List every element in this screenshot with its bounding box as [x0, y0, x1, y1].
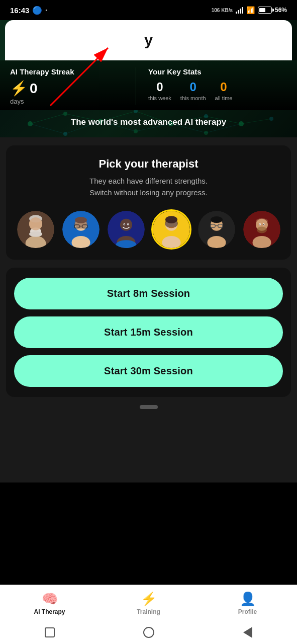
svg-point-57 [210, 216, 222, 223]
scroll-indicator [6, 405, 291, 409]
nav-label-profile: Profile [238, 608, 257, 615]
nav-label-training: Training [137, 608, 160, 615]
scroll-dot [140, 405, 158, 409]
streak-number: 0 [30, 80, 38, 97]
therapist-avatars-row [16, 209, 281, 250]
avatar-woman-glasses[interactable] [61, 209, 101, 250]
system-back-button[interactable] [42, 625, 57, 640]
start-15m-button[interactable]: Start 15m Session [14, 316, 283, 348]
therapist-card: Pick your therapist They each have diffe… [6, 145, 291, 260]
status-icons: 106 KB/s 📶 56% [212, 6, 287, 14]
nav-item-ai-therapy[interactable]: 🧠 AI Therapy [0, 591, 99, 615]
bottom-nav: 🧠 AI Therapy ⚡ Training 👤 Profile [0, 585, 297, 621]
triangle-icon [243, 627, 252, 638]
all-time-label: all time [215, 95, 233, 101]
wifi-icon: 📶 [246, 6, 255, 14]
session-card: Start 8m Session Start 15m Session Start… [6, 268, 291, 397]
avatar-asian-man[interactable] [196, 209, 237, 250]
stat-all-time: 0 all time [215, 80, 233, 101]
signal-icon [236, 7, 243, 14]
battery-icon [258, 7, 272, 14]
svg-line-11 [30, 114, 65, 124]
svg-point-64 [256, 226, 266, 233]
status-bar: 16:43 🔵 • 106 KB/s 📶 56% [0, 0, 297, 20]
therapist-card-title: Pick your therapist [16, 157, 281, 171]
header-banner: y AI Therapy Streak ⚡ 0 days Your Key St… [0, 20, 297, 137]
nav-label-ai-therapy: AI Therapy [34, 608, 65, 615]
streak-value: ⚡ 0 [10, 80, 126, 97]
lightning-icon: ⚡ [141, 591, 157, 607]
stat-this-month: 0 this month [180, 80, 206, 101]
this-week-value: 0 [148, 80, 171, 94]
key-stats-numbers: 0 this week 0 this month 0 all time [148, 80, 287, 101]
svg-point-53 [165, 219, 178, 228]
start-30m-button[interactable]: Start 30m Session [14, 355, 283, 387]
nav-item-training[interactable]: ⚡ Training [99, 591, 198, 615]
system-recents-button[interactable] [240, 625, 255, 640]
neural-banner: The world's most advanced AI therapy [0, 110, 297, 137]
all-time-value: 0 [215, 80, 233, 94]
this-month-value: 0 [180, 80, 206, 94]
profile-icon: 👤 [240, 591, 256, 607]
banner-top: y [5, 20, 292, 60]
avatar-elder-man[interactable] [16, 209, 56, 250]
svg-point-32 [29, 217, 42, 230]
svg-point-69 [263, 224, 264, 225]
this-week-label: this week [148, 95, 171, 101]
square-icon [45, 627, 55, 637]
svg-point-65 [255, 218, 267, 224]
streak-title: AI Therapy Streak [10, 67, 126, 76]
avatar-bald-man[interactable] [242, 209, 282, 250]
svg-point-42 [120, 219, 132, 231]
svg-point-30 [29, 231, 42, 237]
bolt-icon: ⚡ [10, 80, 28, 97]
start-8m-button[interactable]: Start 8m Session [14, 278, 283, 309]
svg-line-12 [30, 124, 65, 134]
tagline-text: The world's most advanced AI therapy [71, 117, 227, 127]
svg-line-23 [241, 119, 271, 124]
system-nav-bar [0, 621, 297, 644]
banner-partial-text: y [144, 32, 153, 49]
avatar-woman-yellow[interactable] [151, 209, 191, 250]
main-content: Pick your therapist They each have diffe… [0, 137, 297, 482]
circle-icon [143, 627, 154, 638]
status-time: 16:43 🔵 • [10, 6, 47, 15]
nav-item-profile[interactable]: 👤 Profile [198, 591, 297, 615]
key-stats-section: Your Key Stats 0 this week 0 this month … [136, 67, 287, 105]
streak-days-label: days [10, 98, 126, 105]
svg-point-68 [259, 224, 260, 225]
brain-icon: 🧠 [42, 591, 58, 607]
therapist-card-subtitle: They each have different strengths.Switc… [16, 176, 281, 198]
streak-section: AI Therapy Streak ⚡ 0 days [10, 67, 136, 105]
avatar-black-man[interactable] [106, 209, 146, 250]
svg-point-46 [124, 224, 125, 225]
stats-row: AI Therapy Streak ⚡ 0 days Your Key Stat… [0, 60, 297, 110]
svg-point-47 [127, 224, 128, 225]
system-home-button[interactable] [141, 625, 156, 640]
svg-point-40 [74, 219, 87, 229]
this-month-label: this month [180, 95, 206, 101]
stat-this-week: 0 this week [148, 80, 171, 101]
key-stats-title: Your Key Stats [148, 67, 287, 76]
